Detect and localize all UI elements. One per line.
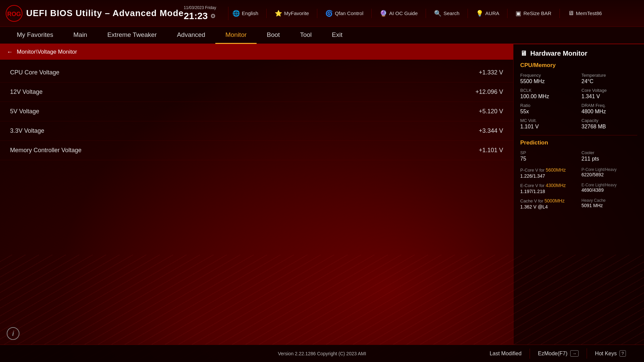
nav-divider xyxy=(507,9,507,18)
top-nav-aura[interactable]: 💡AURA xyxy=(476,10,499,17)
version-text: Version 2.22.1286 Copyright (C) 2023 AMI xyxy=(278,351,366,356)
myfavorite-icon: ⭐ xyxy=(275,10,282,17)
voltage-value: +5.120 V xyxy=(436,108,503,115)
svg-text:ROG: ROG xyxy=(7,11,21,17)
breadcrumb-path: Monitor\Voltage Monitor xyxy=(17,49,77,55)
stat-label: DRAM Freq. xyxy=(582,103,638,108)
sp-stat: SP 75 xyxy=(520,150,576,162)
top-nav-english[interactable]: 🌐English xyxy=(232,10,258,17)
voltage-row[interactable]: Memory Controller Voltage+1.101 V xyxy=(0,141,513,160)
nav-divider xyxy=(371,9,372,18)
voltage-label: 12V Voltage xyxy=(10,88,436,96)
stat-mc-volt.: MC Volt.1.101 V xyxy=(520,118,576,130)
ecore-freq: 4300MHz xyxy=(546,183,566,188)
top-nav-items: 🌐English⭐MyFavorite🌀Qfan Control🔮AI OC G… xyxy=(232,9,639,18)
stat-label: Core Voltage xyxy=(582,88,638,93)
stat-label: Ratio xyxy=(520,103,576,108)
pcore-lh-value: 6220/5892 xyxy=(582,172,638,177)
cache-hc-label: Heavy Cache xyxy=(582,198,638,203)
top-nav-search[interactable]: 🔍Search xyxy=(434,10,460,17)
cache-label: Cache V for 5000MHz xyxy=(520,198,576,203)
voltage-row[interactable]: 3.3V Voltage+3.344 V xyxy=(0,121,513,141)
voltage-value: +3.344 V xyxy=(436,127,503,134)
last-modified-button[interactable]: Last Modified xyxy=(482,349,530,359)
hw-monitor-title: 🖥 Hardware Monitor xyxy=(520,50,637,57)
voltage-row[interactable]: 5V Voltage+5.120 V xyxy=(0,102,513,121)
cache-voltage: 1.362 V @L4 xyxy=(520,204,576,209)
datetime-area: 11/03/2023 Friday 21:23 ⚙ xyxy=(184,5,224,21)
nav-item-boot[interactable]: Boot xyxy=(257,26,290,44)
last-modified-label: Last Modified xyxy=(490,351,522,357)
aura-label: AURA xyxy=(485,10,499,16)
ezmode-button[interactable]: EzMode(F7) → xyxy=(530,348,587,359)
nav-item-advanced[interactable]: Advanced xyxy=(167,26,215,44)
stat-value: 24°C xyxy=(582,78,638,84)
stat-value: 1.341 V xyxy=(582,94,638,100)
nav-divider xyxy=(468,9,468,18)
voltage-label: CPU Core Voltage xyxy=(10,69,436,76)
nav-item-extremetweaker[interactable]: Extreme Tweaker xyxy=(97,26,167,44)
cooler-stat: Cooler 211 pts xyxy=(582,150,638,162)
cooler-label: Cooler xyxy=(582,150,638,155)
ecore-lh-value: 4690/4389 xyxy=(582,187,638,193)
nav-divider xyxy=(559,9,560,18)
date-display: 11/03/2023 Friday xyxy=(184,5,224,10)
nav-item-favorites[interactable]: My Favorites xyxy=(7,26,63,44)
ecore-label: E-Core V for 4300MHz xyxy=(520,183,576,188)
hardware-monitor-panel: 🖥 Hardware Monitor CPU/Memory Frequency5… xyxy=(513,44,644,345)
cache-freq: 5000MHz xyxy=(544,198,565,203)
aioc-icon: 🔮 xyxy=(380,10,387,17)
cpu-memory-section-title: CPU/Memory xyxy=(520,62,637,69)
stat-ratio: Ratio55x xyxy=(520,103,576,115)
resizebar-label: ReSize BAR xyxy=(523,10,551,16)
top-nav-qfan[interactable]: 🌀Qfan Control xyxy=(325,10,363,17)
voltage-row[interactable]: 12V Voltage+12.096 V xyxy=(0,82,513,102)
stat-temperature: Temperature24°C xyxy=(582,73,638,84)
top-nav-resizebar[interactable]: ▣ReSize BAR xyxy=(516,10,551,17)
hotkeys-button[interactable]: Hot Keys ? xyxy=(587,348,634,359)
breadcrumb-bar: ← Monitor\Voltage Monitor xyxy=(0,44,513,60)
top-bar-right: 11/03/2023 Friday 21:23 ⚙ 🌐English⭐MyFav… xyxy=(184,5,639,21)
hw-monitor-label: Hardware Monitor xyxy=(530,50,587,57)
bottom-right-buttons: Last Modified EzMode(F7) → Hot Keys ? xyxy=(482,348,634,359)
voltage-row[interactable]: CPU Core Voltage+1.332 V xyxy=(0,63,513,82)
stat-label: MC Volt. xyxy=(520,118,576,123)
cache-hc-value: 5091 MHz xyxy=(582,203,638,208)
voltage-label: Memory Controller Voltage xyxy=(10,147,436,154)
nav-item-exit[interactable]: Exit xyxy=(322,26,353,44)
nav-divider xyxy=(426,9,426,18)
stat-dram-freq.: DRAM Freq.4800 MHz xyxy=(582,103,638,115)
prediction-sp-cooler: SP 75 Cooler 211 pts xyxy=(520,150,637,162)
nav-item-tool[interactable]: Tool xyxy=(290,26,322,44)
back-arrow-icon[interactable]: ← xyxy=(7,49,13,56)
top-nav-myfavorite[interactable]: ⭐MyFavorite xyxy=(275,10,309,17)
top-nav-memtest[interactable]: 🖥MemTest86 xyxy=(568,10,602,17)
nav-item-main[interactable]: Main xyxy=(63,26,97,44)
resizebar-icon: ▣ xyxy=(516,10,521,17)
settings-gear-icon[interactable]: ⚙ xyxy=(210,12,216,20)
english-icon: 🌐 xyxy=(232,10,240,17)
myfavorite-label: MyFavorite xyxy=(284,10,309,16)
aura-icon: 💡 xyxy=(476,10,483,17)
content-area: ← Monitor\Voltage Monitor CPU Core Volta… xyxy=(0,44,644,345)
voltage-value: +1.332 V xyxy=(436,69,503,76)
pcore-voltage: 1.226/1.347 xyxy=(520,173,576,179)
ecore-lh-label: E-Core Light/Heavy xyxy=(582,183,638,187)
stat-label: Temperature xyxy=(582,73,638,78)
pcore-grid: P-Core V for 5600MHz 1.226/1.347 P-Core … xyxy=(520,167,637,179)
info-icon[interactable]: i xyxy=(7,327,19,340)
stat-frequency: Frequency5500 MHz xyxy=(520,73,576,84)
pcore-freq: 5600MHz xyxy=(546,167,566,173)
nav-item-monitor[interactable]: Monitor xyxy=(215,26,257,44)
search-icon: 🔍 xyxy=(434,10,441,17)
english-label: English xyxy=(242,10,258,16)
divider xyxy=(228,7,228,20)
stat-label: Capacity xyxy=(582,118,638,123)
stat-value: 55x xyxy=(520,109,576,115)
stat-bclk: BCLK100.00 MHz xyxy=(520,88,576,100)
hotkey-badge-icon: ? xyxy=(620,350,626,357)
pcore-label: P-Core V for 5600MHz xyxy=(520,167,576,173)
top-nav-aioc[interactable]: 🔮AI OC Guide xyxy=(380,10,418,17)
ecore-row: E-Core V for 4300MHz 1.197/1.218 E-Core … xyxy=(520,183,637,194)
rog-logo: ROG xyxy=(5,5,23,22)
